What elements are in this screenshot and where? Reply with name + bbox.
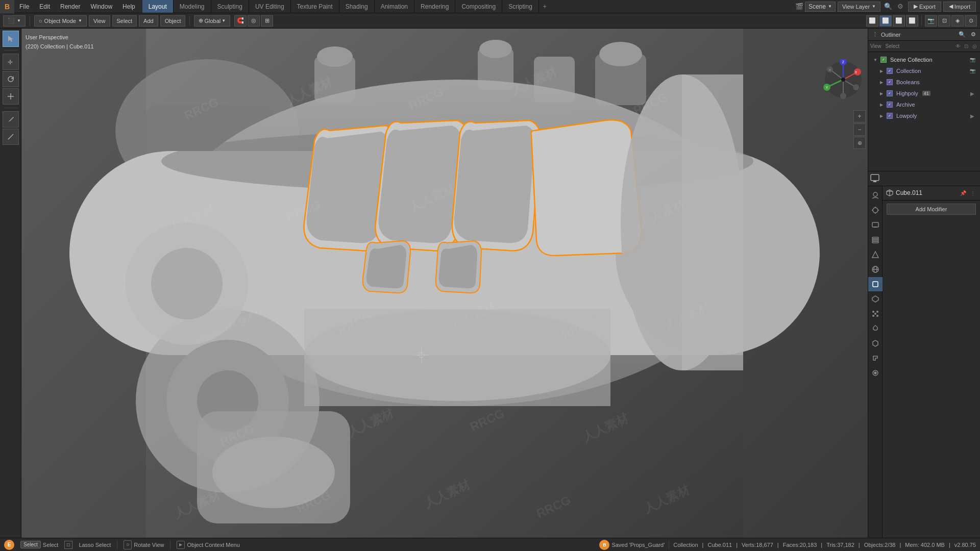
render-props-btn[interactable] xyxy=(868,203,883,217)
scene-props-btn-2[interactable] xyxy=(868,247,883,262)
outliner-search-icon[interactable]: 🔍 xyxy=(959,31,966,38)
viewport-shading-2[interactable]: ⬜ xyxy=(879,15,892,27)
mode-selector[interactable]: ○ Object Mode ▼ xyxy=(34,15,87,27)
output-props-btn[interactable] xyxy=(868,218,883,232)
viewport-shading-4[interactable]: ⬜ xyxy=(906,15,918,27)
collection-render-icon[interactable]: 📷 xyxy=(969,67,976,74)
camera-view-btn[interactable]: 📷 xyxy=(925,15,937,27)
add-workspace-btn[interactable]: + xyxy=(539,0,551,13)
visibility-check[interactable]: ✓ xyxy=(887,102,893,108)
scale-tool[interactable] xyxy=(3,88,19,105)
3d-viewport[interactable]: RRCG 人人素材 RRCG 人人素材 RRCG 人人素材 RRCG 人人素材 … xyxy=(21,29,868,538)
menu-file[interactable]: File xyxy=(14,0,34,13)
outliner-highpoly[interactable]: ▶ ✓ Highpoly 41 ▶ xyxy=(868,88,980,99)
view-menu-btn[interactable]: View xyxy=(89,15,110,27)
outliner-lowpoly[interactable]: ▶ ✓ Lowpoly ▶ xyxy=(868,110,980,121)
pan-btn[interactable]: ⊕ xyxy=(853,137,866,149)
material-props-btn[interactable] xyxy=(868,366,883,380)
add-modifier-btn[interactable]: Add Modifier xyxy=(887,204,976,215)
objects-status: Objects:2/38 xyxy=(864,542,896,548)
outliner-archive[interactable]: ▶ ✓ Archive xyxy=(868,99,980,110)
zoom-out-btn[interactable]: − xyxy=(853,123,866,136)
view-label: View xyxy=(93,18,106,24)
annotate-tool[interactable] xyxy=(3,111,19,128)
separator-dot-4: | xyxy=(821,542,822,548)
viewport-shading-1[interactable]: ⬜ xyxy=(866,15,878,27)
constraints-props-btn[interactable] xyxy=(868,336,883,350)
object-props-btn[interactable] xyxy=(868,277,883,291)
overlay-btn[interactable]: ◈ xyxy=(951,15,964,27)
tab-texture-paint[interactable]: Texture Paint xyxy=(291,0,339,13)
filter-icon-btn[interactable]: ⚙ xyxy=(895,1,906,12)
outliner-icon-btn-2[interactable]: ⊡ xyxy=(963,43,970,50)
navigation-gizmo[interactable]: X X Z Y xyxy=(823,59,864,100)
visibility-check[interactable]: ✓ xyxy=(887,79,893,85)
scene-icon: 🎬 xyxy=(795,3,803,10)
visibility-check[interactable]: ✓ xyxy=(887,68,893,74)
menu-help[interactable]: Help xyxy=(117,0,140,13)
svg-rect-86 xyxy=(872,237,878,239)
tab-compositing[interactable]: Compositing xyxy=(455,0,502,13)
select-tool[interactable] xyxy=(3,31,19,47)
snap-btn[interactable]: 🧲 xyxy=(234,15,247,27)
modifier-props-btn[interactable] xyxy=(868,292,883,306)
outliner-booleans[interactable]: ▶ ✓ Booleans xyxy=(868,77,980,88)
data-props-btn[interactable] xyxy=(868,351,883,365)
render-icon[interactable]: 📷 xyxy=(969,56,976,63)
visibility-check[interactable]: ✓ xyxy=(880,57,887,63)
outliner-filter-icon[interactable]: ⚙ xyxy=(971,31,976,38)
tab-uv-editing[interactable]: UV Editing xyxy=(249,0,291,13)
visibility-check[interactable]: ✓ xyxy=(887,90,893,96)
scene-props-btn[interactable] xyxy=(868,188,883,203)
move-tool[interactable]: ✛ xyxy=(3,54,19,70)
transform-selector[interactable]: ⊕ Global ▼ xyxy=(194,15,230,27)
tab-shading[interactable]: Shading xyxy=(339,0,375,13)
tab-rendering[interactable]: Rendering xyxy=(414,0,455,13)
svg-rect-76 xyxy=(871,174,879,181)
measure-tool[interactable] xyxy=(3,129,19,145)
editor-type-btn[interactable]: ⬛ ▼ xyxy=(3,15,26,27)
scene-label: Scene xyxy=(808,3,826,10)
gizmo-btn[interactable]: ⊙ xyxy=(965,15,977,27)
outliner-select-btn[interactable]: Select xyxy=(886,43,900,49)
view-layer-props-btn[interactable] xyxy=(868,233,883,247)
pin-icon[interactable]: 📌 xyxy=(959,189,967,197)
grid-btn[interactable]: ⊞ xyxy=(261,15,273,27)
proportional-btn[interactable]: ◎ xyxy=(248,15,260,27)
perspective-btn[interactable]: ⊡ xyxy=(938,15,950,27)
rotate-tool[interactable] xyxy=(3,71,19,87)
tab-layout[interactable]: Layout xyxy=(142,0,174,13)
tab-scripting[interactable]: Scripting xyxy=(502,0,539,13)
properties-layout: Cube.011 📌 ⋮ Add Modifier xyxy=(868,186,980,538)
export-btn[interactable]: ▶ Export xyxy=(908,2,941,12)
visibility-check[interactable]: ✓ xyxy=(887,113,893,119)
svg-point-97 xyxy=(874,313,876,315)
lowpoly-expand-icon[interactable]: ▶ xyxy=(969,112,976,119)
physics-props-btn[interactable] xyxy=(868,321,883,336)
outliner-collection[interactable]: ▶ ✓ Collection 📷 xyxy=(868,65,980,77)
menu-edit[interactable]: Edit xyxy=(34,0,55,13)
particles-props-btn[interactable] xyxy=(868,307,883,321)
scene-selector[interactable]: Scene ▼ xyxy=(805,2,836,12)
outliner-icon-btn-1[interactable]: 👁 xyxy=(954,43,962,50)
svg-text:Y: Y xyxy=(826,86,828,89)
options-icon[interactable]: ⋮ xyxy=(969,189,977,197)
menu-render[interactable]: Render xyxy=(55,0,85,13)
zoom-in-btn[interactable]: + xyxy=(853,110,866,122)
world-props-btn[interactable] xyxy=(868,262,883,277)
search-icon-btn[interactable]: 🔍 xyxy=(883,1,894,12)
outliner-icon-btn-3[interactable]: ◎ xyxy=(971,43,978,50)
tab-sculpting[interactable]: Sculpting xyxy=(211,0,249,13)
expand-arr[interactable]: ▶ xyxy=(969,90,976,97)
import-btn[interactable]: ◀ Import xyxy=(943,2,976,12)
outliner-view-btn[interactable]: View xyxy=(870,43,881,49)
tab-animation[interactable]: Animation xyxy=(375,0,414,13)
tab-modeling[interactable]: Modeling xyxy=(174,0,211,13)
select-menu-btn[interactable]: Select xyxy=(112,15,137,27)
viewport-shading-3[interactable]: ⬜ xyxy=(893,15,905,27)
add-menu-btn[interactable]: Add xyxy=(139,15,158,27)
object-menu-btn[interactable]: Object xyxy=(160,15,186,27)
menu-window[interactable]: Window xyxy=(85,0,117,13)
outliner-scene-collection[interactable]: ▼ ✓ Scene Collection 📷 xyxy=(868,54,980,65)
view-layer-selector[interactable]: View Layer ▼ xyxy=(838,2,880,12)
